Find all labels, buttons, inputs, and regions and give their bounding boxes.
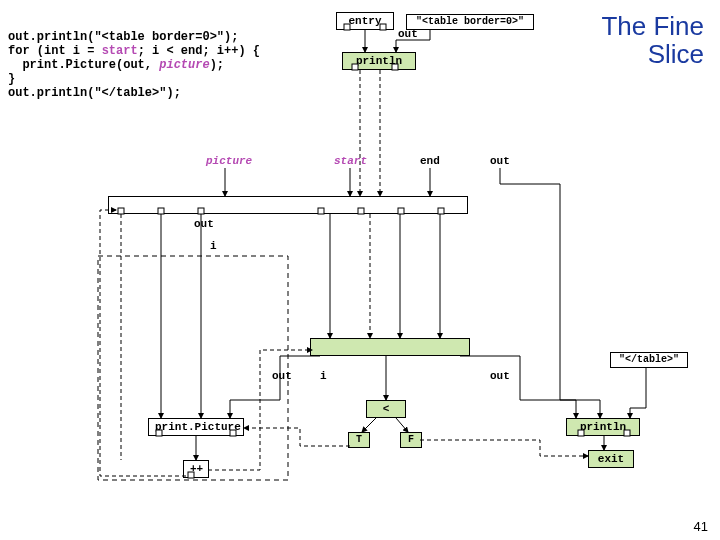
label-end: end [420,155,440,167]
node-join-mid [310,338,470,356]
slide-title: The FineSlice [601,12,704,68]
label-start: start [334,155,367,167]
label-out-1: out [398,28,418,40]
node-println-1: println [342,52,416,70]
label-out-4: out [490,370,510,382]
node-table-open-literal: "<table border=0>" [406,14,534,30]
node-exit: exit [588,450,634,468]
node-increment: ++ [183,460,209,478]
node-less-than: < [366,400,406,418]
page-number: 41 [694,519,708,534]
source-code: out.println("<table border=0>"); for (in… [8,30,260,100]
node-entry: entry [336,12,394,30]
node-print-picture: print.Picture [148,418,244,436]
node-true: T [348,432,370,448]
svg-line-24 [362,418,376,432]
svg-line-25 [396,418,408,432]
node-false: F [400,432,422,448]
node-join-top [108,196,468,214]
label-out-right: out [490,155,510,167]
node-table-close-literal: "</table>" [610,352,688,368]
label-out-3: out [272,370,292,382]
label-picture: picture [206,155,252,167]
label-i-1: i [210,240,217,252]
label-i-2: i [320,370,327,382]
svg-rect-22 [98,256,288,480]
label-out-2: out [194,218,214,230]
node-println-2: println [566,418,640,436]
